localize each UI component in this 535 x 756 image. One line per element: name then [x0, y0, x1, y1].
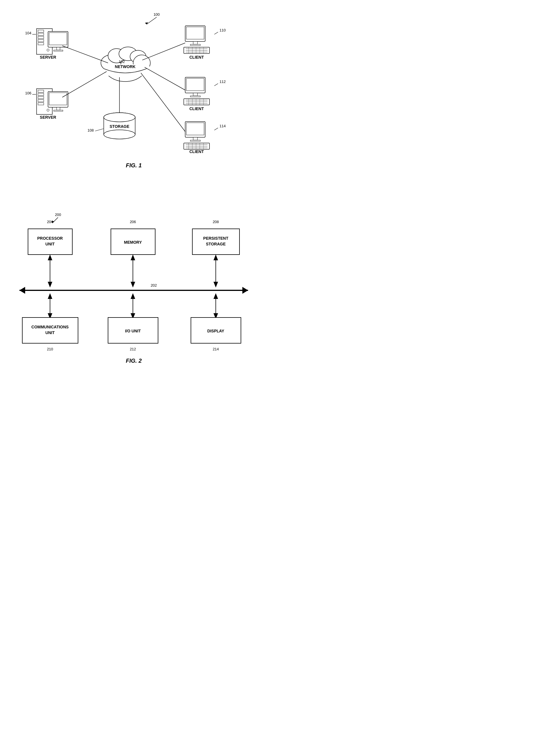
persistent-label-line2: STORAGE: [206, 242, 226, 246]
ref-114: 114: [219, 124, 226, 128]
svg-rect-55: [186, 78, 204, 91]
svg-rect-69: [186, 123, 204, 135]
ref-108: 108: [87, 128, 94, 133]
ref-212: 212: [130, 347, 136, 351]
svg-rect-14: [38, 43, 44, 45]
svg-rect-43: [190, 44, 200, 45]
ref-112: 112: [219, 79, 226, 84]
svg-marker-98: [130, 282, 135, 287]
ref-200: 200: [55, 213, 61, 217]
network-label: NETWORK: [115, 64, 135, 69]
svg-marker-100: [213, 255, 218, 260]
server2-label: SERVER: [40, 115, 56, 120]
fig1-diagram: 100 NETWORK 102: [11, 6, 257, 177]
fig1-container: 100 NETWORK 102: [0, 0, 268, 183]
svg-line-86: [145, 67, 185, 90]
svg-rect-13: [38, 40, 44, 42]
ref-110: 110: [219, 28, 226, 32]
client2: [184, 77, 210, 105]
svg-line-87: [141, 73, 185, 132]
ref-206: 206: [130, 220, 136, 224]
svg-rect-57: [190, 96, 200, 97]
page: 100 NETWORK 102: [0, 0, 268, 378]
svg-rect-17: [49, 33, 67, 45]
svg-point-15: [47, 49, 49, 51]
svg-line-83: [62, 72, 107, 97]
ref-100: 100: [154, 12, 160, 16]
ref-214: 214: [212, 347, 219, 351]
client1: [184, 26, 210, 53]
server1-label: SERVER: [40, 55, 56, 59]
network-cloud: NETWORK 102: [101, 47, 150, 81]
ref-102: 102: [119, 59, 125, 64]
ref-202: 202: [151, 283, 157, 287]
ref-204: 204: [47, 220, 53, 224]
svg-rect-11: [38, 33, 44, 36]
svg-rect-70: [193, 137, 197, 140]
client3-label: CLIENT: [189, 149, 204, 154]
svg-rect-30: [57, 107, 60, 110]
svg-line-85: [142, 43, 185, 60]
svg-marker-91: [19, 287, 25, 294]
svg-rect-42: [193, 42, 197, 44]
fig2-title: FIG. 2: [126, 357, 142, 364]
client1-label: CLIENT: [189, 55, 204, 59]
svg-rect-23: [38, 93, 44, 96]
svg-marker-104: [48, 293, 52, 299]
svg-rect-26: [38, 103, 44, 105]
svg-rect-24: [38, 96, 44, 99]
comms-label-line1: COMMUNICATIONS: [31, 325, 69, 329]
display-label: DISPLAY: [207, 329, 224, 333]
svg-rect-71: [190, 140, 200, 141]
svg-rect-29: [49, 93, 67, 105]
svg-rect-56: [193, 93, 197, 96]
svg-line-67: [214, 83, 218, 86]
io-label: I/O UNIT: [125, 329, 141, 333]
svg-point-27: [47, 109, 49, 111]
svg-rect-10: [38, 30, 44, 32]
svg-rect-12: [38, 36, 44, 39]
svg-marker-92: [242, 287, 248, 294]
storage: STORAGE: [104, 113, 135, 139]
svg-marker-107: [130, 293, 135, 299]
svg-rect-19: [54, 50, 63, 51]
fig2-container: 200 PROCESSOR UNIT 204 MEMORY 206 PERSIS…: [0, 200, 268, 378]
server1: [37, 29, 68, 54]
persistent-label-line1: PERSISTENT: [203, 236, 228, 241]
svg-rect-41: [186, 27, 204, 39]
ref-106: 106: [25, 91, 31, 95]
ref-104: 104: [25, 31, 31, 35]
server2: [37, 89, 68, 114]
svg-marker-97: [130, 255, 135, 260]
svg-line-81: [214, 128, 218, 130]
storage-label: STORAGE: [110, 124, 129, 129]
memory-label: MEMORY: [124, 240, 142, 245]
svg-marker-94: [48, 255, 52, 260]
svg-marker-101: [213, 282, 218, 287]
ref-210: 210: [47, 347, 53, 351]
client3: [184, 122, 210, 149]
svg-rect-22: [38, 90, 44, 92]
svg-marker-95: [48, 282, 52, 287]
svg-line-39: [95, 129, 103, 131]
svg-point-38: [104, 113, 135, 122]
fig1-title: FIG. 1: [126, 162, 142, 168]
client2-label: CLIENT: [189, 106, 204, 111]
svg-line-0: [147, 17, 156, 24]
svg-point-37: [104, 130, 135, 139]
svg-line-82: [62, 46, 108, 63]
svg-rect-31: [54, 110, 63, 111]
svg-rect-25: [38, 100, 44, 102]
svg-marker-110: [213, 293, 218, 299]
svg-marker-1: [145, 22, 148, 24]
ref-208: 208: [212, 220, 219, 224]
processor-unit-label-line1: PROCESSOR: [37, 236, 63, 241]
svg-rect-18: [57, 47, 60, 50]
processor-unit-label-line2: UNIT: [45, 242, 55, 246]
svg-line-53: [214, 32, 218, 34]
fig2-diagram: 200 PROCESSOR UNIT 204 MEMORY 206 PERSIS…: [11, 206, 257, 372]
comms-label-line2: UNIT: [45, 330, 55, 335]
